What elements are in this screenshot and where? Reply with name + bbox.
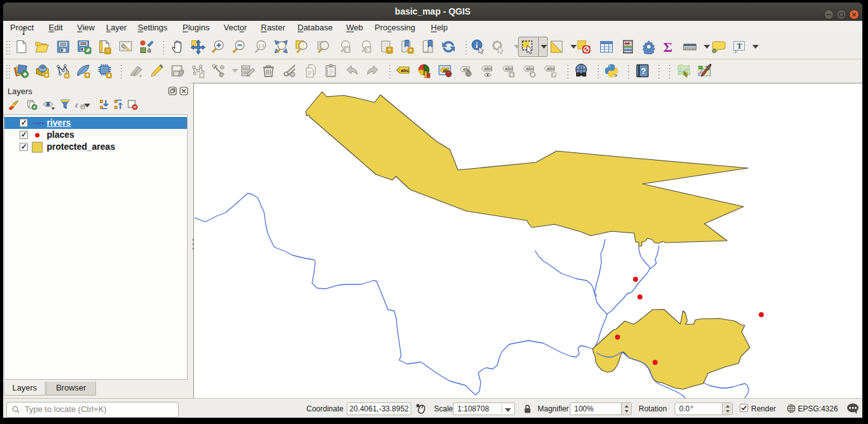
- svg-text:1:1: 1:1: [258, 43, 265, 49]
- svg-text:?: ?: [641, 66, 646, 76]
- svg-text:T: T: [737, 42, 742, 51]
- svg-text:abc: abc: [547, 66, 555, 71]
- svg-text:Σ: Σ: [663, 39, 672, 54]
- svg-text:abc: abc: [401, 68, 409, 73]
- svg-text:a: a: [147, 46, 152, 54]
- svg-text:ε: ε: [75, 100, 79, 109]
- svg-text:>: >: [615, 73, 618, 78]
- svg-text:abc: abc: [485, 66, 493, 71]
- svg-text:abc: abc: [526, 66, 534, 71]
- svg-text:abc: abc: [505, 66, 514, 71]
